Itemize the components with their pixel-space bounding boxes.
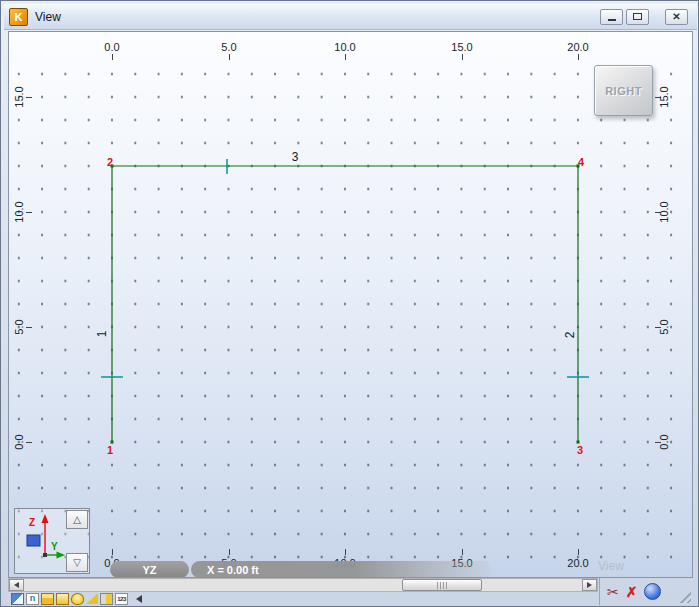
coordinate-badge: X = 0.00 ft <box>191 561 492 578</box>
view-toolbar: n 123 <box>8 592 598 605</box>
member-label-1: 1 <box>95 331 109 338</box>
render-mode-icon[interactable] <box>11 593 24 605</box>
window-controls: ✕ <box>597 9 697 25</box>
origin-point-icon <box>43 553 47 557</box>
node-label-1: 1 <box>107 444 113 456</box>
wireframe-icon[interactable]: n <box>26 593 39 605</box>
drawing-canvas[interactable]: 0.0 5.0 10.0 15.0 20.0 0.0 5.0 10.0 15.0… <box>8 31 693 578</box>
y-axis-arrowhead <box>57 552 66 559</box>
measure-tool-icon[interactable] <box>86 593 98 604</box>
scroll-right-button[interactable] <box>582 579 597 591</box>
scissors-icon[interactable]: ✂ <box>607 585 619 599</box>
maximize-icon <box>633 13 642 20</box>
window-title: View <box>35 10 61 24</box>
thumb-grip-icon <box>437 582 448 589</box>
close-icon: ✕ <box>672 12 680 22</box>
y-axis-label: Y <box>51 541 58 552</box>
toolbar-scroll-left-button[interactable] <box>136 595 142 603</box>
z-axis-label: Z <box>29 517 35 528</box>
z-axis-arrowhead <box>42 514 49 523</box>
maximize-button[interactable] <box>626 9 649 25</box>
coordinate-axes: Z Y <box>16 509 66 573</box>
app-icon[interactable]: K <box>9 8 28 26</box>
minimize-button[interactable] <box>600 9 623 25</box>
delete-icon[interactable]: ✗ <box>626 585 638 599</box>
view-direction-button[interactable]: RIGHT <box>594 65 653 116</box>
lighting-icon[interactable] <box>71 593 84 605</box>
rotate-down-button[interactable]: ▽ <box>66 553 88 572</box>
titlebar[interactable]: K View ✕ <box>4 4 697 30</box>
rotate-up-button[interactable]: △ <box>66 510 88 529</box>
bottom-right-tools: ✂ ✗ <box>599 578 693 605</box>
structure-drawing <box>9 32 693 578</box>
section-view-icon[interactable] <box>100 593 113 605</box>
node-label-4: 4 <box>578 156 584 168</box>
member-midpoint-ticks <box>101 159 589 377</box>
open-folder-icon[interactable] <box>41 593 54 605</box>
minimize-icon <box>608 19 616 21</box>
work-plane-icon <box>27 535 40 546</box>
scroll-left-button[interactable] <box>9 579 24 591</box>
show-numbering-icon[interactable]: 123 <box>115 593 128 605</box>
scroll-left-icon <box>14 582 19 588</box>
work-plane-badge: YZ <box>110 561 189 578</box>
nodes <box>111 165 580 444</box>
node-label-3: 3 <box>577 444 583 456</box>
member-label-2: 2 <box>563 332 577 339</box>
scrollbar-thumb[interactable] <box>402 579 482 591</box>
axis-navigator: Z Y △ ▽ <box>14 508 90 574</box>
close-button[interactable]: ✕ <box>665 9 688 25</box>
globe-icon[interactable] <box>644 583 661 600</box>
node-label-2: 2 <box>107 156 113 168</box>
view-window: K View ✕ 0.0 5.0 10.0 15.0 20.0 0.0 5.0 … <box>0 0 699 607</box>
scroll-right-icon <box>587 582 592 588</box>
members <box>112 166 578 442</box>
horizontal-scrollbar[interactable] <box>8 578 598 592</box>
member-label-3: 3 <box>292 150 299 164</box>
show-loads-icon[interactable] <box>56 593 69 605</box>
window-resize-grip[interactable] <box>679 591 691 603</box>
